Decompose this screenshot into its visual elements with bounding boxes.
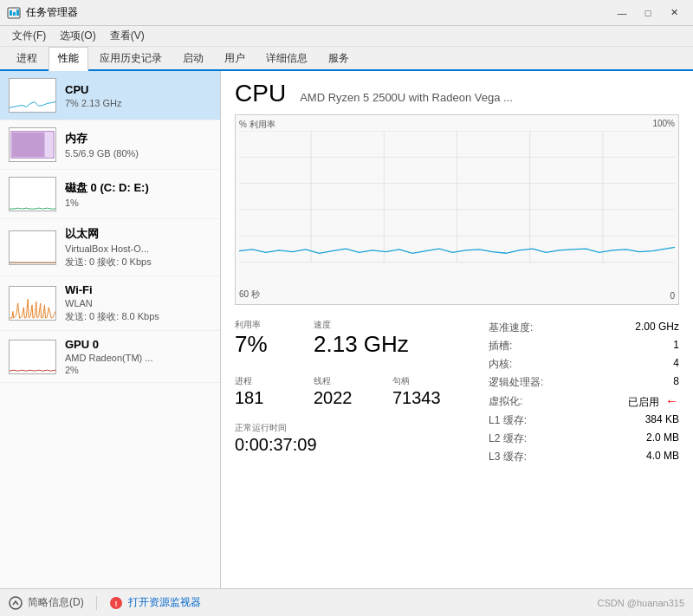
gpu-thumbnail: [9, 340, 56, 374]
cpu-chart: % 利用率 100% 60 秒 0: [235, 114, 679, 305]
wifi-sidebar-name: Wi-Fi: [65, 283, 211, 296]
minimize-button[interactable]: —: [610, 4, 634, 22]
stats-grid-2: 进程 181 线程 2022 句柄 71343: [235, 372, 471, 412]
brief-info-label[interactable]: 简略信息(D): [28, 595, 84, 610]
virt-row: 虚拟化: 已启用 ←: [489, 392, 679, 412]
handles-label: 句柄: [392, 375, 471, 387]
l2-val: 2.0 MB: [646, 431, 679, 446]
utilization-stat: 利用率 7%: [235, 315, 314, 361]
sockets-row: 插槽: 1: [489, 337, 679, 355]
disk-thumbnail: [9, 177, 56, 211]
panel-subtitle: AMD Ryzen 5 2500U with Radeon Vega ...: [300, 91, 513, 104]
sidebar-item-wifi[interactable]: Wi-Fi WLAN 发送: 0 接收: 8.0 Kbps: [0, 276, 220, 331]
main-content: CPU 7% 2.13 GHz 内存 5.5/6.9 GB (80%): [0, 71, 693, 588]
tab-startup[interactable]: 启动: [173, 47, 213, 69]
menu-options[interactable]: 选项(O): [55, 27, 100, 45]
svg-rect-2: [13, 12, 16, 16]
chart-util-label: % 利用率: [239, 119, 275, 131]
sidebar-item-disk[interactable]: 磁盘 0 (C: D: E:) 1%: [0, 170, 220, 219]
cpu-sidebar-name: CPU: [65, 83, 211, 96]
tab-details[interactable]: 详细信息: [256, 47, 317, 69]
base-speed-key: 基准速度:: [489, 321, 567, 335]
tab-performance[interactable]: 性能: [49, 47, 88, 71]
arrow-icon: ←: [665, 393, 679, 408]
app-icon: [7, 6, 21, 20]
sidebar-item-gpu[interactable]: GPU 0 AMD Radeon(TM) ... 2%: [0, 331, 220, 383]
gpu-sidebar-detail1: AMD Radeon(TM) ...: [65, 353, 211, 363]
tab-processes[interactable]: 进程: [7, 47, 47, 69]
memory-thumbnail: [9, 127, 56, 162]
uptime-section: 正常运行时间 0:00:37:09: [235, 422, 471, 455]
processes-value: 181: [235, 387, 314, 408]
virt-key: 虚拟化:: [489, 394, 567, 409]
logical-val: 8: [673, 375, 679, 390]
gpu-sidebar-name: GPU 0: [65, 338, 211, 351]
logical-key: 逻辑处理器:: [489, 375, 567, 390]
svg-text:!: !: [114, 600, 117, 608]
status-left: 简略信息(D) ! 打开资源监视器: [9, 595, 201, 610]
l2-key: L2 缓存:: [489, 431, 567, 446]
menu-view[interactable]: 查看(V): [105, 27, 150, 45]
sidebar-item-ethernet[interactable]: 以太网 VirtualBox Host-O... 发送: 0 接收: 0 Kbp…: [0, 219, 220, 276]
svg-rect-4: [10, 79, 55, 112]
sidebar: CPU 7% 2.13 GHz 内存 5.5/6.9 GB (80%): [0, 71, 221, 588]
tab-users[interactable]: 用户: [215, 47, 255, 69]
tab-bar: 进程 性能 应用历史记录 启动 用户 详细信息 服务: [0, 47, 693, 71]
l3-val: 4.0 MB: [646, 450, 679, 464]
sidebar-item-memory[interactable]: 内存 5.5/6.9 GB (80%): [0, 120, 220, 170]
processes-label: 进程: [235, 375, 314, 387]
speed-value: 2.13 GHz: [314, 331, 471, 358]
cpu-sidebar-detail: 7% 2.13 GHz: [65, 98, 211, 108]
uptime-label: 正常运行时间: [235, 422, 471, 434]
gpu-sidebar-detail2: 2%: [65, 365, 211, 375]
info-table: 基准速度: 2.00 GHz 插槽: 1 内核: 4 逻辑处理器: 8: [489, 319, 679, 466]
cores-val: 4: [673, 357, 679, 372]
svg-rect-8: [12, 133, 45, 158]
ethernet-sidebar-detail1: VirtualBox Host-O...: [65, 243, 211, 254]
l3-row: L3 缓存: 4.0 MB: [489, 448, 679, 466]
util-label: 利用率: [235, 319, 314, 331]
resource-monitor-label[interactable]: 打开资源监视器: [128, 595, 201, 610]
speed-stat: 速度 2.13 GHz: [314, 315, 471, 361]
sockets-val: 1: [673, 339, 679, 353]
threads-stat: 线程 2022: [314, 372, 392, 412]
l1-val: 384 KB: [645, 413, 679, 428]
status-bar: 简略信息(D) ! 打开资源监视器 CSDN @huanan315: [0, 588, 693, 616]
brief-info-icon: [9, 596, 23, 610]
stats-panel: 利用率 7% 速度 2.13 GHz 进程 181 线程 202: [235, 315, 471, 466]
menu-bar: 文件(F) 选项(O) 查看(V): [0, 26, 693, 47]
l1-row: L1 缓存: 384 KB: [489, 412, 679, 430]
svg-rect-12: [10, 340, 55, 373]
chart-time-label: 60 秒: [239, 289, 260, 301]
close-button[interactable]: ✕: [662, 4, 686, 22]
sidebar-item-cpu[interactable]: CPU 7% 2.13 GHz: [0, 71, 220, 120]
maximize-button[interactable]: □: [636, 4, 660, 22]
window-controls: — □ ✕: [610, 4, 686, 22]
l1-key: L1 缓存:: [489, 413, 567, 428]
base-speed-row: 基准速度: 2.00 GHz: [489, 319, 679, 337]
resource-monitor-icon: !: [109, 596, 123, 610]
base-speed-val: 2.00 GHz: [635, 321, 679, 335]
menu-file[interactable]: 文件(F): [7, 27, 51, 45]
cores-row: 内核: 4: [489, 355, 679, 373]
uptime-value: 0:00:37:09: [235, 434, 471, 455]
speed-label: 速度: [314, 319, 471, 331]
title-bar: 任务管理器 — □ ✕: [0, 0, 693, 26]
memory-sidebar-detail: 5.5/6.9 GB (80%): [65, 148, 211, 159]
bottom-section: 利用率 7% 速度 2.13 GHz 进程 181 线程 202: [235, 315, 679, 466]
sockets-key: 插槽:: [489, 339, 567, 353]
svg-point-24: [10, 597, 22, 609]
svg-rect-3: [16, 10, 19, 16]
logical-row: 逻辑处理器: 8: [489, 373, 679, 392]
util-value: 7%: [235, 331, 314, 358]
svg-rect-1: [10, 10, 12, 16]
ethernet-sidebar-detail2: 发送: 0 接收: 0 Kbps: [65, 256, 211, 269]
threads-label: 线程: [314, 375, 392, 387]
panel-header: CPU AMD Ryzen 5 2500U with Radeon Vega .…: [235, 80, 679, 107]
right-panel: CPU AMD Ryzen 5 2500U with Radeon Vega .…: [221, 71, 693, 588]
threads-value: 2022: [314, 387, 392, 408]
tab-services[interactable]: 服务: [319, 47, 359, 69]
memory-sidebar-name: 内存: [65, 131, 211, 146]
tab-app-history[interactable]: 应用历史记录: [90, 47, 172, 69]
stats-grid: 利用率 7% 速度 2.13 GHz: [235, 315, 471, 361]
